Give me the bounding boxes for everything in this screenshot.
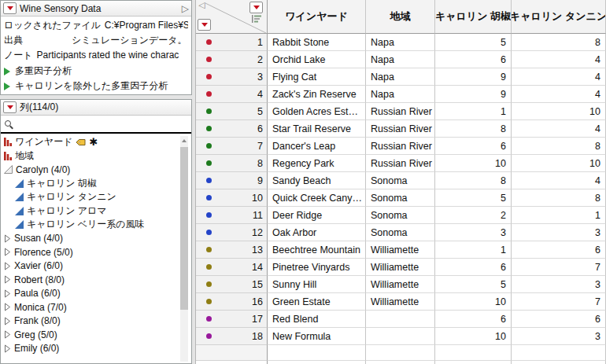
cell-region[interactable]: Sonoma xyxy=(366,224,435,241)
row-header[interactable]: 13 xyxy=(196,241,268,259)
cell-vineyard[interactable]: Sunny Hill xyxy=(268,276,366,293)
row-header[interactable]: 1 xyxy=(196,34,268,51)
cell-carolyn-pepper[interactable]: 6 xyxy=(435,51,512,68)
cell-region[interactable] xyxy=(366,311,435,328)
cell-carolyn-pepper[interactable]: 10 xyxy=(435,293,512,311)
cell-vineyard[interactable]: Pinetree Vinyards xyxy=(268,259,366,276)
cell-carolyn-tannin[interactable]: 10 xyxy=(512,103,606,120)
cell-vineyard[interactable]: Quick Creek Cany… xyxy=(268,189,366,207)
columns-corner-menu[interactable] xyxy=(249,2,263,13)
column-list-item[interactable]: キャロリン 胡椒 xyxy=(1,177,191,191)
cell-carolyn-tannin[interactable]: 10 xyxy=(512,155,606,172)
row-header[interactable]: 10 xyxy=(196,189,268,207)
cell-carolyn-tannin[interactable]: 8 xyxy=(512,189,606,207)
column-header[interactable]: 地域 xyxy=(366,0,435,34)
column-hierarchy-icon[interactable] xyxy=(252,15,261,23)
scrollbar-thumb[interactable] xyxy=(180,147,188,310)
cell-region[interactable] xyxy=(366,328,435,345)
row-header[interactable]: 4 xyxy=(196,86,268,103)
cell-vineyard[interactable]: Dancer's Leap xyxy=(268,138,366,155)
column-search-input[interactable] xyxy=(13,116,188,132)
cell-carolyn-tannin[interactable]: 4 xyxy=(512,120,606,138)
column-header[interactable]: キャロリン タンニン xyxy=(512,0,606,34)
cell-vineyard[interactable]: Red Blend xyxy=(268,311,366,328)
empty-cell[interactable] xyxy=(512,345,606,361)
columns-red-triangle-menu[interactable] xyxy=(3,101,17,113)
column-list-item[interactable]: Susan (4/0) xyxy=(1,232,191,246)
cell-vineyard[interactable]: Oak Arbor xyxy=(268,224,366,241)
cell-carolyn-tannin[interactable]: 4 xyxy=(512,51,606,68)
rows-corner-menu[interactable] xyxy=(198,19,211,31)
column-header[interactable]: キャロリン 胡椒 xyxy=(435,0,512,34)
cell-carolyn-tannin[interactable]: 8 xyxy=(512,34,606,51)
row-header[interactable]: 18 xyxy=(196,328,268,345)
row-header[interactable]: 8 xyxy=(196,155,268,172)
column-list-item[interactable]: ワインヤード ✱ xyxy=(1,135,191,149)
column-list-item[interactable]: Florence (5/0) xyxy=(1,245,191,259)
cell-vineyard[interactable]: Beechtree Mountain xyxy=(268,241,366,259)
row-header[interactable]: 6 xyxy=(196,120,268,138)
cell-region[interactable]: Russian River xyxy=(366,103,435,120)
cell-carolyn-pepper[interactable]: 5 xyxy=(435,276,512,293)
cell-region[interactable]: Williamette xyxy=(366,293,435,311)
cell-carolyn-tannin[interactable]: 3 xyxy=(512,276,606,293)
cell-vineyard[interactable]: Rabbit Stone xyxy=(268,34,366,51)
row-header[interactable]: 14 xyxy=(196,259,268,276)
cell-carolyn-tannin[interactable]: 4 xyxy=(512,68,606,86)
table-red-triangle-menu[interactable] xyxy=(3,2,17,14)
cell-carolyn-pepper[interactable]: 1 xyxy=(435,241,512,259)
empty-cell[interactable] xyxy=(366,345,435,361)
column-list-item[interactable]: キャロリン アロマ xyxy=(1,204,191,219)
row-header[interactable]: 3 xyxy=(196,68,268,86)
table-script-row[interactable]: キャロリンを除外した多重因子分析 xyxy=(4,79,188,94)
row-header[interactable]: 17 xyxy=(196,311,268,328)
cell-carolyn-pepper[interactable]: 8 xyxy=(435,120,512,138)
cell-region[interactable]: Russian River xyxy=(366,120,435,138)
cell-carolyn-tannin[interactable]: 3 xyxy=(512,224,606,241)
row-header[interactable]: 15 xyxy=(196,276,268,293)
cell-carolyn-pepper[interactable]: 5 xyxy=(435,34,512,51)
cell-carolyn-pepper[interactable]: 5 xyxy=(435,189,512,207)
row-header[interactable]: 2 xyxy=(196,51,268,68)
empty-cell[interactable] xyxy=(435,345,512,361)
cell-carolyn-pepper[interactable]: 3 xyxy=(435,224,512,241)
column-list-item[interactable]: Robert (8/0) xyxy=(1,273,191,287)
cell-vineyard[interactable]: Star Trail Reserve xyxy=(268,120,366,138)
row-header[interactable]: 16 xyxy=(196,293,268,311)
column-list-item[interactable]: Xavier (6/0) xyxy=(1,259,191,274)
row-header[interactable]: 11 xyxy=(196,207,268,224)
cell-region[interactable]: Sonoma xyxy=(366,189,435,207)
cell-region[interactable]: Sonoma xyxy=(366,172,435,189)
row-header[interactable]: 9 xyxy=(196,172,268,189)
cell-region[interactable]: Williamette xyxy=(366,259,435,276)
table-script-row[interactable]: 多重因子分析 xyxy=(4,64,188,79)
empty-cell[interactable] xyxy=(268,345,366,361)
column-list-item[interactable]: Carolyn (4/0) xyxy=(1,163,191,177)
cell-vineyard[interactable]: New Formula xyxy=(268,328,366,345)
cell-region[interactable]: Napa xyxy=(366,51,435,68)
cell-carolyn-tannin[interactable]: 7 xyxy=(512,293,606,311)
cell-carolyn-tannin[interactable]: 6 xyxy=(512,311,606,328)
cell-carolyn-pepper[interactable]: 9 xyxy=(435,86,512,103)
cell-region[interactable]: Russian River xyxy=(366,138,435,155)
column-list-item[interactable]: Frank (8/0) xyxy=(1,314,191,329)
cell-carolyn-tannin[interactable]: 3 xyxy=(512,328,606,345)
cell-carolyn-pepper[interactable]: 8 xyxy=(435,172,512,189)
cell-carolyn-tannin[interactable]: 8 xyxy=(512,138,606,155)
cell-carolyn-tannin[interactable]: 6 xyxy=(512,241,606,259)
cell-carolyn-pepper[interactable]: 10 xyxy=(435,155,512,172)
column-list-item[interactable]: Paula (6/0) xyxy=(1,287,191,301)
scrollbar-up-arrow[interactable] xyxy=(180,136,188,145)
cell-vineyard[interactable]: Zack's Zin Reserve xyxy=(268,86,366,103)
cell-carolyn-tannin[interactable]: 7 xyxy=(512,259,606,276)
column-list-item[interactable]: 地域 xyxy=(1,149,191,164)
panel-expand-icon[interactable]: ▷ xyxy=(182,4,189,13)
cell-vineyard[interactable]: Regency Park xyxy=(268,155,366,172)
cell-vineyard[interactable]: Flying Cat xyxy=(268,68,366,86)
column-header[interactable]: ワインヤード xyxy=(268,0,366,34)
cell-carolyn-pepper[interactable]: 6 xyxy=(435,311,512,328)
cell-region[interactable]: Sonoma xyxy=(366,207,435,224)
collapse-panels-icon[interactable]: ◁ xyxy=(198,1,205,9)
empty-row-header[interactable] xyxy=(196,345,268,361)
cell-carolyn-pepper[interactable]: 2 xyxy=(435,207,512,224)
